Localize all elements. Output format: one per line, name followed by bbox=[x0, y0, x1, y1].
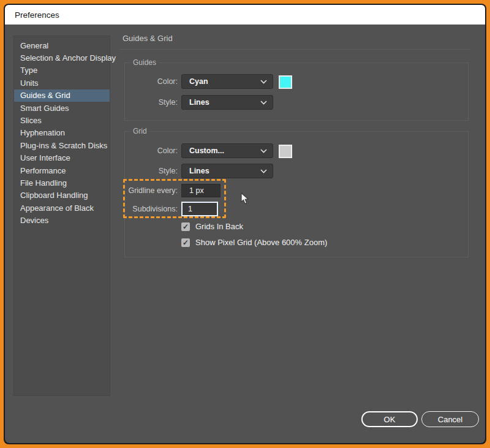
grid-color-value: Custom... bbox=[189, 146, 224, 155]
show-pixel-grid-label: Show Pixel Grid (Above 600% Zoom) bbox=[195, 238, 327, 247]
grids-in-back-row: ✓ Grids In Back bbox=[181, 222, 243, 231]
sidebar-item-user-interface[interactable]: User Interface bbox=[14, 152, 110, 164]
sidebar-item-type[interactable]: Type bbox=[14, 64, 110, 77]
guides-style-value: Lines bbox=[189, 98, 209, 107]
sidebar-item-performance[interactable]: Performance bbox=[14, 164, 110, 177]
page-title: Guides & Grid bbox=[123, 34, 173, 43]
dialog-titlebar[interactable]: Preferences bbox=[5, 5, 485, 25]
grid-color-dropdown[interactable]: Custom... bbox=[181, 143, 273, 158]
grid-group-legend: Grid bbox=[130, 127, 150, 135]
sidebar-item-slices[interactable]: Slices bbox=[14, 114, 110, 126]
preferences-dialog: Preferences General Selection & Anchor D… bbox=[4, 4, 486, 444]
sidebar-item-clipboard-handling[interactable]: Clipboard Handling bbox=[14, 189, 110, 202]
subdivisions-label: Subdivisions: bbox=[110, 202, 178, 216]
sidebar-item-selection-anchor-display[interactable]: Selection & Anchor Display bbox=[14, 51, 110, 64]
gridline-every-input[interactable] bbox=[181, 184, 221, 197]
sidebar-item-guides-grid[interactable]: Guides & Grid bbox=[14, 89, 110, 102]
sidebar-item-general[interactable]: General bbox=[14, 39, 110, 51]
grids-in-back-checkbox[interactable]: ✓ bbox=[181, 222, 190, 231]
guides-group-legend: Guides bbox=[130, 58, 159, 67]
guides-color-value: Cyan bbox=[189, 77, 208, 86]
grid-style-dropdown[interactable]: Lines bbox=[181, 164, 273, 178]
chevron-down-icon bbox=[260, 80, 267, 84]
sidebar-item-plugins-scratch-disks[interactable]: Plug-ins & Scratch Disks bbox=[14, 139, 110, 151]
header-separator bbox=[121, 49, 471, 50]
grid-style-value: Lines bbox=[189, 167, 209, 175]
guides-color-dropdown[interactable]: Cyan bbox=[181, 74, 273, 89]
grids-in-back-label: Grids In Back bbox=[195, 222, 243, 231]
preferences-category-list: General Selection & Anchor Display Type … bbox=[13, 36, 110, 396]
guides-style-label: Style: bbox=[109, 95, 178, 110]
chevron-down-icon bbox=[260, 169, 267, 173]
checkmark-icon: ✓ bbox=[183, 222, 189, 231]
guides-group: Guides bbox=[124, 58, 469, 121]
screenshot-annotation-frame: Preferences General Selection & Anchor D… bbox=[0, 0, 490, 448]
grid-color-label: Color: bbox=[109, 143, 178, 158]
gridline-every-label: Gridline every: bbox=[110, 184, 178, 197]
sidebar-item-units[interactable]: Units bbox=[14, 77, 110, 89]
guides-style-dropdown[interactable]: Lines bbox=[181, 95, 273, 110]
sidebar-item-devices[interactable]: Devices bbox=[14, 214, 110, 226]
sidebar-item-appearance-of-black[interactable]: Appearance of Black bbox=[14, 202, 110, 214]
subdivisions-input[interactable] bbox=[181, 202, 218, 216]
chevron-down-icon bbox=[260, 149, 267, 153]
sidebar-item-file-handling[interactable]: File Handling bbox=[14, 177, 110, 189]
grid-color-swatch[interactable] bbox=[279, 145, 292, 158]
sidebar-item-smart-guides[interactable]: Smart Guides bbox=[14, 102, 110, 114]
grid-style-label: Style: bbox=[109, 164, 178, 178]
guides-color-swatch[interactable] bbox=[279, 75, 292, 89]
chevron-down-icon bbox=[260, 101, 267, 105]
sidebar-item-hyphenation[interactable]: Hyphenation bbox=[14, 127, 110, 139]
cancel-button[interactable]: Cancel bbox=[421, 411, 479, 427]
guides-color-label: Color: bbox=[109, 74, 178, 89]
dialog-title: Preferences bbox=[15, 10, 59, 20]
show-pixel-grid-row: ✓ Show Pixel Grid (Above 600% Zoom) bbox=[181, 238, 327, 247]
checkmark-icon: ✓ bbox=[183, 238, 189, 247]
ok-button[interactable]: OK bbox=[361, 411, 418, 427]
show-pixel-grid-checkbox[interactable]: ✓ bbox=[181, 238, 190, 247]
dialog-body: General Selection & Anchor Display Type … bbox=[5, 25, 485, 443]
